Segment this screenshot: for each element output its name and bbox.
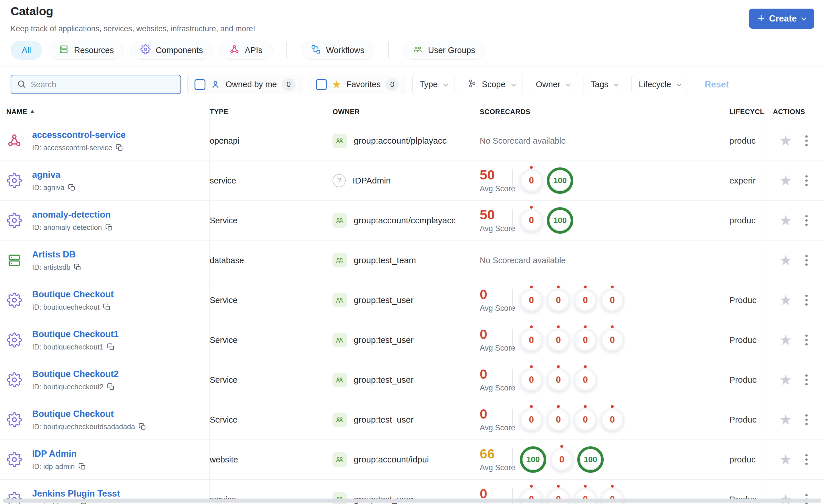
entity-name-link[interactable]: Artists DB [32,249,82,260]
filter-bar: Owned by me 0 ★ Favorites 0 Type Scope O… [0,67,824,103]
no-scorecard-text: No Scorecard available [480,256,566,265]
favorite-star-icon[interactable]: ★ [779,253,792,267]
table-header: NAME TYPE OWNER SCORECARDS LIFECYCLE ACT… [0,103,824,121]
favorite-star-icon[interactable]: ★ [779,173,792,188]
copy-icon[interactable] [78,463,86,471]
create-button[interactable]: + Create [749,9,814,29]
table-row: Boutique Checkout2 ID: boutiquecheckout2… [0,360,824,400]
owner-label: group:account/ccmplayacc [354,216,455,225]
tab-all[interactable]: All [11,41,42,59]
scorecard-ring-fail: 0 [547,408,570,431]
tab-label: Components [156,45,203,55]
kebab-menu-icon[interactable] [804,333,809,347]
entity-name-link[interactable]: Boutique Checkout [32,409,146,419]
kebab-menu-icon[interactable] [804,293,809,307]
owner-label: group:test_team [354,255,416,265]
column-header-name[interactable]: NAME [0,103,210,121]
kebab-menu-icon[interactable] [804,412,809,427]
avg-score-label: Avg Score [480,184,512,193]
table-row: accesscontrol-service ID: accesscontrol-… [0,121,824,161]
kebab-menu-icon[interactable] [804,173,809,188]
copy-icon[interactable] [103,303,111,311]
scope-dropdown[interactable]: Scope [461,75,522,94]
tab-user-groups[interactable]: User Groups [403,41,485,59]
entity-id: ID: boutiquecheckout [32,303,100,311]
scorecard-ring-fail: 0 [520,289,543,311]
kebab-menu-icon[interactable] [804,253,809,267]
avg-score-label: Avg Score [480,384,512,392]
favorite-star-icon[interactable]: ★ [779,213,792,228]
kebab-menu-icon[interactable] [804,373,809,387]
star-icon: ★ [332,80,341,90]
copy-icon[interactable] [116,144,123,152]
question-icon: ? [332,174,346,187]
tab-workflows[interactable]: Workflows [301,41,375,59]
copy-icon[interactable] [138,423,146,430]
entity-id: ID: boutiquecheckout1 [32,343,104,351]
tab-apis[interactable]: APIs [219,41,272,59]
favorite-star-icon[interactable]: ★ [779,453,792,467]
copy-icon[interactable] [74,263,82,271]
copy-icon[interactable] [107,343,115,351]
entity-name-link[interactable]: Boutique Checkout1 [32,329,118,340]
tab-resources[interactable]: Resources [48,41,124,59]
row-actions: ★ [764,440,824,479]
copy-icon[interactable] [68,184,76,192]
type-dropdown[interactable]: Type [412,75,454,94]
entity-name-link[interactable]: Boutique Checkout [32,289,114,299]
favorite-star-icon[interactable]: ★ [779,373,792,387]
favorite-star-icon[interactable]: ★ [779,134,792,148]
owner-label: group:test_user [354,415,413,424]
entity-name-link[interactable]: IDP Admin [32,449,86,459]
copy-icon[interactable] [107,383,115,391]
topbar: Catalog Keep track of applications, serv… [0,0,824,33]
tags-dropdown[interactable]: Tags [584,75,625,94]
owner-label: group:test_user [354,335,413,345]
scorecards-cell: 0Avg Score000 [480,360,729,400]
search-input[interactable] [31,80,175,89]
entity-name-link[interactable]: agniva [32,170,76,180]
score-divider [512,369,513,391]
scorecards-cell: No Scorecard available [480,241,729,280]
tab-components[interactable]: Components [130,41,213,59]
avg-score: 66Avg Score [480,447,512,472]
avg-score-value: 0 [480,328,512,341]
group-icon [332,412,347,427]
owned-by-me-checkbox[interactable] [195,79,205,90]
column-header-actions: ACTIONS [773,108,805,116]
gear-icon [6,412,22,427]
group-icon [332,293,347,307]
entity-name-link[interactable]: Jenkins Plugin Tesst [32,489,120,499]
column-header-scorecards: SCORECARDS [480,108,729,116]
table-row: Boutique Checkout1 ID: boutiquecheckout1… [0,320,824,360]
favorite-star-icon[interactable]: ★ [779,293,792,307]
favorite-star-icon[interactable]: ★ [779,412,792,427]
scorecard-circles: 0000 [520,329,624,352]
copy-icon[interactable] [81,503,88,504]
scorecard-ring-fail: 0 [601,408,624,431]
kebab-menu-icon[interactable] [804,134,809,148]
copy-icon[interactable] [105,224,113,231]
workflow-icon [311,44,321,56]
owner-label: IDPAdmin [352,176,391,185]
horizontal-scrollbar[interactable] [3,499,821,503]
score-divider [512,209,513,232]
reset-filters-link[interactable]: Reset [705,80,729,90]
scorecards-cell: 0Avg Score0000 [480,320,729,360]
favorite-star-icon[interactable]: ★ [779,333,792,347]
entity-name-link[interactable]: Boutique Checkout2 [32,369,118,379]
scorecard-ring-fail: 0 [574,289,597,311]
gear-icon [6,292,22,308]
kebab-menu-icon[interactable] [804,213,809,228]
database-icon [6,253,22,268]
favorites-checkbox[interactable] [316,79,327,90]
entity-name-link[interactable]: anomaly-detection [32,210,113,220]
owner-dropdown[interactable]: Owner [529,75,577,94]
lifecycle-dropdown[interactable]: Lifecycle [631,75,688,94]
type-value: Service [210,415,332,424]
entity-name-link[interactable]: accesscontrol-service [32,130,126,140]
dropdown-label: Lifecycle [639,80,671,89]
kebab-menu-icon[interactable] [804,453,809,467]
type-value: Service [210,336,332,345]
database-icon [59,44,69,56]
